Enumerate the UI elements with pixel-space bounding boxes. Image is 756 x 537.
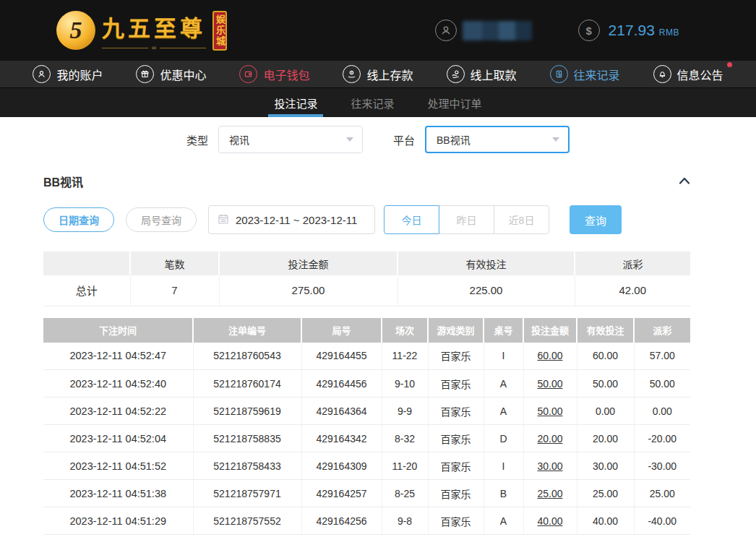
search-button[interactable]: 查询 bbox=[570, 205, 622, 234]
round-id: 429164257 bbox=[301, 480, 382, 507]
round-id: 429164309 bbox=[301, 452, 382, 480]
logo-flourish-decoration: ∞ bbox=[102, 45, 206, 51]
quick-range-group: 今日 昨日 近8日 bbox=[384, 205, 549, 234]
bell-icon bbox=[653, 65, 671, 83]
round-query-button[interactable]: 局号查询 bbox=[126, 207, 197, 232]
nav-label: 优惠中心 bbox=[160, 66, 206, 83]
collapse-chevron-up-icon[interactable] bbox=[679, 175, 690, 188]
valid-bet: 25.00 bbox=[577, 480, 634, 507]
table-no: I bbox=[484, 343, 523, 370]
bet-amount-link[interactable]: 40.00 bbox=[523, 507, 577, 535]
game-type: 百家乐 bbox=[428, 398, 484, 425]
summary-total-row: 总计 7 275.00 225.00 42.00 bbox=[43, 275, 690, 306]
nav-label: 线上取款 bbox=[471, 66, 517, 83]
order-id: 521218757971 bbox=[193, 480, 301, 507]
order-id: 521218757552 bbox=[193, 507, 301, 535]
nav-label: 信息公告 bbox=[677, 66, 723, 83]
main-navigation: 我的账户 优惠中心 电子钱包 线上存款 线上取款 往来记录 信息公告 bbox=[0, 61, 756, 88]
session: 9-9 bbox=[382, 398, 428, 425]
col-header-valid-bet: 有效投注 bbox=[577, 318, 634, 343]
payout: 57.00 bbox=[634, 343, 690, 370]
table-no: A bbox=[484, 398, 523, 425]
bet-amount-link[interactable]: 20.00 bbox=[523, 425, 577, 452]
round-id: 429164455 bbox=[301, 343, 382, 370]
valid-bet: 50.00 bbox=[577, 370, 634, 398]
bet-time: 2023-12-11 04:52:47 bbox=[43, 343, 193, 370]
today-button[interactable]: 今日 bbox=[384, 205, 439, 234]
bet-time: 2023-12-11 04:52:04 bbox=[43, 425, 193, 452]
withdraw-icon bbox=[447, 65, 465, 83]
username-blurred bbox=[463, 21, 532, 40]
round-id: 429164364 bbox=[301, 398, 382, 425]
tab-pending-orders[interactable]: 处理中订单 bbox=[422, 88, 488, 117]
balance-display[interactable]: 217.93 RMB bbox=[609, 22, 679, 39]
date-range-value: 2023-12-11 ~ 2023-12-11 bbox=[236, 214, 357, 226]
session: 9-8 bbox=[382, 507, 428, 535]
valid-bet: 40.00 bbox=[577, 507, 634, 535]
summary-valid-bet: 225.00 bbox=[398, 275, 575, 306]
nav-label: 往来记录 bbox=[574, 66, 620, 83]
nav-item-announcements[interactable]: 信息公告 bbox=[653, 65, 723, 83]
nav-item-my-account[interactable]: 我的账户 bbox=[33, 65, 103, 83]
date-range-input[interactable]: 2023-12-11 ~ 2023-12-11 bbox=[208, 205, 375, 234]
filter-row: 类型 视讯 平台 BB视讯 bbox=[0, 117, 756, 153]
coin-icon: $ bbox=[578, 20, 600, 41]
summary-table: 笔数 投注金额 有效投注 派彩 总计 7 275.00 225.00 42.00 bbox=[43, 252, 690, 306]
platform-filter-label: 平台 bbox=[393, 132, 415, 147]
session: 8-25 bbox=[382, 480, 428, 507]
tab-bet-records[interactable]: 投注记录 bbox=[268, 88, 323, 117]
top-header: 5 九五至尊 ∞ 娱乐城 $ 217.93 RMB bbox=[0, 0, 756, 61]
type-filter: 类型 视讯 bbox=[186, 126, 363, 153]
payout: 0.00 bbox=[634, 398, 690, 425]
col-header-game-type: 游戏类别 bbox=[428, 318, 484, 343]
nav-item-promotions[interactable]: 优惠中心 bbox=[136, 65, 206, 83]
bet-time: 2023-12-11 04:51:52 bbox=[43, 452, 193, 480]
nav-item-e-wallet[interactable]: 电子钱包 bbox=[239, 65, 309, 83]
summary-bet-amount: 275.00 bbox=[219, 275, 398, 306]
date-query-button[interactable]: 日期查询 bbox=[43, 207, 114, 232]
round-id: 429164342 bbox=[301, 425, 382, 452]
platform-select[interactable]: BB视讯 bbox=[425, 126, 570, 153]
col-header-round-id: 局号 bbox=[301, 318, 382, 343]
col-header-bet-amount: 投注金额 bbox=[523, 318, 577, 343]
site-title: 九五至尊 bbox=[102, 10, 206, 43]
nav-label: 我的账户 bbox=[56, 66, 103, 83]
yesterday-button[interactable]: 昨日 bbox=[439, 205, 494, 234]
payout: 25.00 bbox=[634, 480, 690, 507]
payout: -20.00 bbox=[634, 425, 690, 452]
user-avatar-icon[interactable] bbox=[435, 20, 457, 41]
nav-label: 电子钱包 bbox=[263, 66, 309, 83]
type-select[interactable]: 视讯 bbox=[218, 126, 363, 153]
wallet-icon bbox=[239, 65, 257, 83]
bet-amount-link[interactable]: 30.00 bbox=[523, 452, 577, 480]
section-title: BB视讯 bbox=[43, 173, 83, 190]
site-logo[interactable]: 5 九五至尊 ∞ 娱乐城 bbox=[56, 10, 227, 51]
bet-amount-link[interactable]: 50.00 bbox=[523, 370, 577, 398]
bet-amount-link[interactable]: 25.00 bbox=[523, 480, 577, 507]
game-type: 百家乐 bbox=[428, 343, 484, 370]
type-select-value: 视讯 bbox=[229, 132, 249, 147]
bet-records-table: 下注时间 注单编号 局号 场次 游戏类别 桌号 投注金额 有效投注 派彩 202… bbox=[43, 318, 690, 536]
col-header-payout: 派彩 bbox=[634, 318, 690, 343]
bet-amount-link[interactable]: 50.00 bbox=[523, 398, 577, 425]
col-header-bet-time: 下注时间 bbox=[43, 318, 193, 343]
records-header-row: 下注时间 注单编号 局号 场次 游戏类别 桌号 投注金额 有效投注 派彩 bbox=[43, 318, 690, 343]
valid-bet: 30.00 bbox=[577, 452, 634, 480]
bet-amount-link[interactable]: 60.00 bbox=[523, 343, 577, 370]
last-8-days-button[interactable]: 近8日 bbox=[494, 205, 549, 234]
deposit-icon bbox=[343, 65, 361, 83]
table-no: B bbox=[484, 480, 523, 507]
summary-header-valid-bet: 有效投注 bbox=[398, 252, 575, 275]
chevron-down-icon bbox=[552, 137, 559, 142]
table-row: 2023-12-11 04:52:04 521218758835 4291643… bbox=[43, 425, 690, 452]
chevron-down-icon bbox=[346, 137, 353, 142]
tab-transaction-records[interactable]: 往来记录 bbox=[345, 88, 400, 117]
table-row: 2023-12-11 04:51:29 521218757552 4291642… bbox=[43, 507, 690, 535]
nav-item-online-withdrawal[interactable]: 线上取款 bbox=[447, 65, 517, 83]
nav-item-transaction-records[interactable]: 往来记录 bbox=[550, 65, 620, 83]
session: 11-20 bbox=[382, 452, 428, 480]
nav-item-online-deposit[interactable]: 线上存款 bbox=[343, 65, 413, 83]
platform-filter: 平台 BB视讯 bbox=[393, 126, 570, 153]
payout: -40.00 bbox=[634, 507, 690, 535]
session: 9-10 bbox=[382, 370, 428, 398]
